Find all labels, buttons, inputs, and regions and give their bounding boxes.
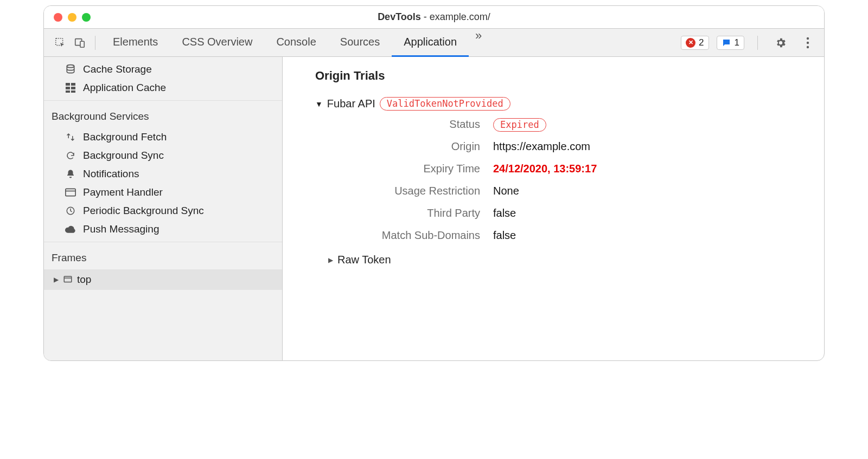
title-app: DevTools (378, 11, 421, 22)
svg-rect-9 (71, 83, 75, 86)
sidebar-group-background-services: Background Services Background Fetch Bac… (44, 101, 282, 242)
subdomains-value: false (493, 229, 809, 242)
thirdparty-value: false (493, 207, 809, 219)
sidebar-item-label: Periodic Background Sync (83, 205, 204, 217)
title-target: example.com/ (430, 11, 490, 22)
tab-sources[interactable]: Sources (328, 29, 392, 57)
sidebar-item-label: Notifications (83, 168, 139, 180)
origin-value: https://example.com (493, 140, 809, 153)
sidebar-item-cache-storage[interactable]: Cache Storage (44, 60, 282, 79)
usage-value: None (493, 185, 809, 197)
raw-token-label: Raw Token (337, 254, 391, 266)
titlebar: DevTools - example.com/ (44, 6, 824, 29)
sidebar-group-cache: Cache Storage Application Cache (44, 57, 282, 101)
svg-point-4 (807, 37, 809, 39)
traffic-lights (44, 13, 91, 22)
sidebar-item-background-fetch[interactable]: Background Fetch (44, 128, 282, 146)
card-icon (65, 186, 76, 198)
toolbar-right: 2 1 (681, 33, 818, 53)
svg-point-6 (807, 46, 809, 48)
inspect-element-icon[interactable] (50, 33, 70, 53)
svg-point-5 (807, 41, 809, 43)
origin-label: Origin (328, 140, 480, 153)
cloud-icon (65, 223, 76, 235)
minimize-window-button[interactable] (68, 13, 76, 22)
svg-rect-2 (80, 41, 84, 47)
sidebar-item-notifications[interactable]: Notifications (44, 165, 282, 183)
sidebar-item-application-cache[interactable]: Application Cache (44, 79, 282, 97)
gear-icon[interactable] (771, 33, 790, 53)
error-count: 2 (699, 37, 704, 48)
close-window-button[interactable] (54, 13, 62, 22)
database-icon (65, 63, 76, 75)
error-count-pill[interactable]: 2 (681, 36, 709, 50)
thirdparty-label: Third Party (328, 207, 480, 219)
zoom-window-button[interactable] (82, 13, 91, 22)
svg-point-3 (779, 41, 782, 44)
svg-rect-11 (71, 87, 75, 89)
sidebar-item-label: Background Sync (83, 150, 164, 161)
frame-name: top (77, 274, 91, 286)
svg-rect-13 (71, 90, 75, 93)
tab-console[interactable]: Console (264, 29, 328, 57)
issues-icon (722, 38, 731, 48)
toolbar-separator (95, 36, 95, 50)
svg-rect-17 (64, 276, 72, 282)
status-value: Expired (493, 118, 809, 131)
sidebar-item-payment-handler[interactable]: Payment Handler (44, 183, 282, 202)
toolbar-separator-2 (757, 36, 758, 50)
usage-label: Usage Restriction (328, 185, 480, 197)
sidebar-item-label: Payment Handler (83, 186, 163, 198)
trial-details: Status Expired Origin https://example.co… (328, 118, 809, 242)
device-toggle-icon[interactable] (70, 33, 90, 53)
tab-application[interactable]: Application (392, 29, 469, 57)
more-tabs-button[interactable]: » (469, 29, 488, 56)
svg-point-7 (67, 65, 74, 68)
svg-rect-12 (66, 90, 70, 93)
svg-rect-8 (66, 83, 70, 86)
sidebar-item-frame-top[interactable]: ▶ top (44, 269, 282, 290)
sidebar-item-label: Push Messaging (83, 223, 159, 235)
sidebar: Cache Storage Application Cache Backgrou… (44, 57, 283, 360)
collapse-arrow-icon: ▼ (315, 100, 323, 108)
sidebar-item-push-messaging[interactable]: Push Messaging (44, 220, 282, 238)
sidebar-item-background-sync[interactable]: Background Sync (44, 146, 282, 165)
raw-token-row[interactable]: ▶ Raw Token (328, 254, 809, 266)
svg-rect-14 (66, 189, 75, 196)
updown-arrows-icon (65, 131, 76, 143)
subdomains-label: Match Sub-Domains (328, 229, 480, 242)
message-count: 1 (735, 37, 739, 48)
token-status-badge: ValidTokenNotProvided (380, 97, 510, 111)
toolbar: Elements CSS Overview Console Sources Ap… (44, 29, 824, 57)
panel-body: Cache Storage Application Cache Backgrou… (44, 57, 824, 360)
panel-tabs: Elements CSS Overview Console Sources Ap… (101, 29, 681, 56)
clock-icon (65, 205, 76, 217)
tab-css-overview[interactable]: CSS Overview (170, 29, 264, 57)
status-badge: Expired (493, 118, 546, 132)
sidebar-item-label: Application Cache (83, 82, 166, 94)
sidebar-item-label: Background Fetch (83, 131, 167, 143)
sidebar-heading-frames: Frames (44, 245, 282, 269)
window-title: DevTools - example.com/ (44, 11, 824, 23)
sync-icon (65, 150, 76, 161)
status-label: Status (328, 118, 480, 131)
trial-name: Fubar API (327, 98, 375, 110)
main-panel: Origin Trials ▼ Fubar API ValidTokenNotP… (283, 57, 824, 360)
grid-icon (65, 82, 76, 94)
sidebar-item-periodic-background-sync[interactable]: Periodic Background Sync (44, 202, 282, 220)
error-icon (686, 38, 695, 48)
kebab-menu-icon[interactable] (798, 33, 818, 53)
sidebar-item-label: Cache Storage (83, 63, 152, 75)
expand-arrow-icon: ▶ (328, 256, 333, 264)
svg-rect-10 (66, 87, 70, 89)
sidebar-heading-bg: Background Services (44, 104, 282, 128)
sidebar-group-frames: Frames ▶ top (44, 242, 282, 293)
page-heading: Origin Trials (315, 69, 809, 83)
expand-arrow-icon: ▶ (54, 276, 59, 283)
origin-trial-row[interactable]: ▼ Fubar API ValidTokenNotProvided (315, 97, 809, 111)
frame-icon (63, 275, 73, 285)
bell-icon (65, 168, 76, 180)
devtools-window: DevTools - example.com/ Elements CSS Ove… (43, 5, 825, 361)
tab-elements[interactable]: Elements (101, 29, 170, 57)
message-count-pill[interactable]: 1 (717, 36, 744, 50)
